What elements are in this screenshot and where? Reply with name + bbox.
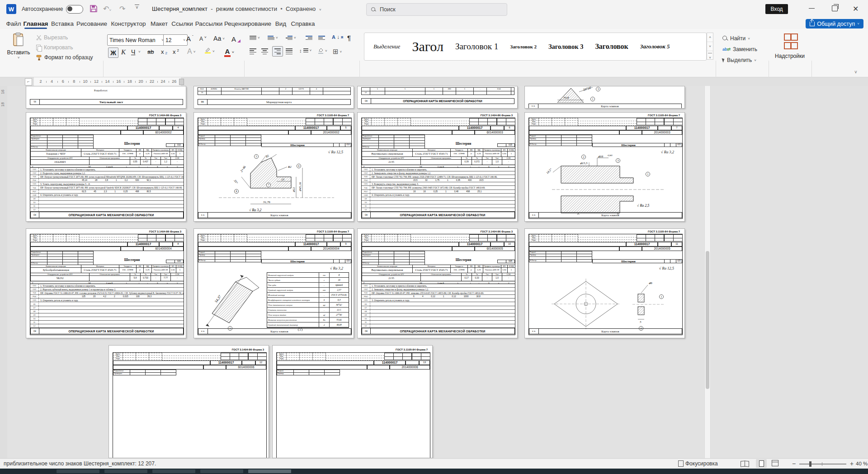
web-layout-button[interactable]: [771, 460, 778, 466]
subscript-button[interactable]: x2: [161, 48, 167, 55]
tab-Конструктор[interactable]: Конструктор: [109, 18, 147, 29]
page-sk-015[interactable]: ГОСТ 3.1105-84 Форма 7Дубл.Изм.Подл.1140…: [524, 112, 685, 222]
search-box[interactable]: Поиск: [366, 3, 507, 16]
style-Заголовок 3[interactable]: Заголовок 3: [548, 43, 583, 51]
pilcrow-button[interactable]: ¶: [347, 34, 351, 42]
focus-mode-button[interactable]: Фокусировка: [678, 460, 718, 467]
find-button[interactable]: Найти˅: [722, 35, 750, 42]
style-Заголовок 5[interactable]: Заголовок 5: [640, 43, 670, 50]
page-ke-bottom[interactable]: 59°18' 34,8 31 К.Э.Карта эскизов: [524, 86, 685, 109]
paste-button[interactable]: Вставить ˅: [6, 33, 31, 71]
multilevel-list-button[interactable]: ˅: [286, 35, 296, 41]
increase-indent-button[interactable]: [318, 35, 325, 41]
underline-menu-button[interactable]: ˅: [138, 50, 141, 54]
tab-Файл[interactable]: Файл: [6, 18, 21, 29]
close-button[interactable]: ✕: [853, 5, 859, 13]
word-logo-icon[interactable]: W: [6, 4, 16, 14]
autosave-toggle[interactable]: [66, 5, 83, 14]
taskbar-window-button[interactable]: [248, 469, 291, 473]
align-center-button[interactable]: [261, 47, 268, 55]
bold-button[interactable]: Ж: [108, 47, 118, 58]
grow-font-button[interactable]: Аˆ: [186, 35, 193, 43]
tab-Справка[interactable]: Справка: [290, 18, 316, 29]
style-Выделение[interactable]: Выделение: [373, 43, 400, 50]
page-sk-010[interactable]: ГОСТ 3.1105-84 Форма 7Дубл.Изм.Подл.1140…: [193, 112, 354, 222]
taskbar-window-button[interactable]: [57, 469, 99, 473]
read-mode-button[interactable]: [741, 460, 749, 467]
page-tl-bottom[interactable]: Разработал:ТЛТитульный лист: [26, 86, 186, 109]
vertical-scrollbar[interactable]: [704, 86, 711, 458]
tab-Рассылки[interactable]: Рассылки: [195, 18, 222, 29]
styles-scroll-up-button[interactable]: ˄: [707, 33, 713, 42]
vertical-ruler[interactable]: 1618: [0, 86, 7, 458]
scrollbar-thumb[interactable]: [706, 251, 709, 389]
ruler-margin-marker[interactable]: [179, 79, 184, 85]
font-color-button[interactable]: А˅: [224, 47, 234, 57]
document-canvas[interactable]: 1618 Разработал:ТЛТитульный листБ1440958…: [0, 86, 868, 458]
page-op-025[interactable]: ГОСТ 3.1404-86 Форма 3Дубл.Изм.Подл.1140…: [357, 228, 518, 338]
styles-gallery-more-button[interactable]: ˅: [708, 53, 712, 62]
bullets-button[interactable]: ˅: [250, 35, 260, 41]
tab-selector[interactable]: ⌐: [25, 78, 32, 85]
style-Заголовок 1[interactable]: Заголовок 1: [455, 42, 498, 52]
align-right-button[interactable]: [272, 46, 283, 57]
borders-button[interactable]: ⊞˅: [333, 47, 342, 56]
restore-button[interactable]: [832, 5, 838, 11]
decrease-indent-button[interactable]: [306, 35, 312, 41]
tab-Рисование[interactable]: Рисование: [76, 18, 108, 29]
redo-button[interactable]: ↷: [119, 5, 125, 13]
copy-button[interactable]: Копировать: [36, 44, 73, 51]
zoom-slider-thumb[interactable]: [809, 461, 811, 467]
change-case-button[interactable]: Аа˅: [213, 35, 225, 42]
highlight-button[interactable]: ˅: [204, 47, 215, 55]
page-op-010[interactable]: ГОСТ 3.1404-86 Форма 3Дубл.Изм.Подл.1140…: [26, 112, 186, 222]
shrink-font-button[interactable]: А˅: [199, 36, 207, 42]
addins-button[interactable]: Надстройки: [774, 33, 806, 72]
page-ok-bottom[interactable]: 1112831-3,5412ОКОПЕРАЦИОННАЯ КАРТА МЕХАН…: [357, 86, 518, 109]
zoom-in-button[interactable]: +: [850, 460, 854, 467]
align-left-button[interactable]: [250, 47, 256, 55]
font-name-combo[interactable]: Times New Roman˅: [107, 34, 166, 46]
justify-button[interactable]: [286, 47, 292, 55]
italic-button[interactable]: К: [121, 48, 126, 56]
page-sk-030-top[interactable]: ГОСТ 3.1105-84 Форма 7Дубл.Изм.Подл.1140…: [272, 345, 433, 458]
taskbar-window-button[interactable]: [104, 469, 147, 473]
cut-button[interactable]: Вырезать: [36, 34, 68, 41]
page-sk-020[interactable]: ГОСТ 3.1105-84 Форма 7Дубл.Изм.Подл.1140…: [193, 228, 354, 338]
tab-Макет[interactable]: Макет: [149, 18, 169, 29]
line-spacing-button[interactable]: ↕˅: [299, 47, 311, 54]
superscript-button[interactable]: x2: [173, 48, 179, 55]
font-size-combo[interactable]: 12˅: [163, 34, 188, 46]
tab-Вставка[interactable]: Вставка: [51, 18, 74, 29]
style-Заголовок[interactable]: Заголовок: [595, 43, 628, 51]
format-painter-button[interactable]: Формат по образцу: [36, 54, 93, 61]
page-mk-bottom[interactable]: Б14409580Фланец 3А872М212273415МКМаршрут…: [193, 86, 354, 109]
taskbar-window-button[interactable]: [200, 469, 243, 473]
page-op-030-top[interactable]: ГОСТ 3.1404-86 Форма 3Дубл.Изм.Подл.1140…: [108, 345, 269, 458]
print-layout-button[interactable]: [756, 459, 767, 468]
share-button[interactable]: Общий доступ ˅: [806, 19, 863, 28]
select-button[interactable]: Выделить˅: [722, 57, 756, 63]
zoom-level-label[interactable]: 40 %: [856, 461, 868, 466]
tab-Вид[interactable]: Вид: [273, 18, 288, 29]
tab-Рецензирование[interactable]: Рецензирование: [224, 18, 271, 29]
replace-button[interactable]: ab⇄ Заменить: [722, 46, 757, 52]
style-Загол[interactable]: Загол: [412, 39, 443, 54]
tab-Главная[interactable]: Главная: [23, 18, 49, 29]
zoom-slider-track[interactable]: [799, 464, 846, 465]
save-button[interactable]: [90, 5, 99, 14]
undo-button[interactable]: ↶˅: [103, 5, 111, 13]
windows-taskbar[interactable]: [0, 469, 868, 474]
shading-button[interactable]: ˅: [317, 47, 327, 54]
collapse-ribbon-button[interactable]: ˅: [854, 70, 857, 75]
quick-access-more-button[interactable]: ˅: [135, 5, 139, 10]
text-effects-button[interactable]: А˅: [187, 47, 195, 56]
horizontal-ruler[interactable]: ⌐ 2468101214161820222426: [0, 77, 868, 86]
document-title[interactable]: Шестерня_комплект - режим совместимости …: [152, 5, 321, 12]
clear-formatting-button[interactable]: А◢: [231, 35, 241, 43]
zoom-out-button[interactable]: −: [792, 460, 796, 467]
numbering-button[interactable]: ˅: [268, 35, 278, 41]
strikethrough-button[interactable]: ab: [147, 48, 154, 55]
styles-scroll-down-button[interactable]: ˅: [707, 42, 713, 51]
page-op-015[interactable]: ГОСТ 3.1404-86 Форма 3Дубл.Изм.Подл.1140…: [357, 112, 518, 222]
